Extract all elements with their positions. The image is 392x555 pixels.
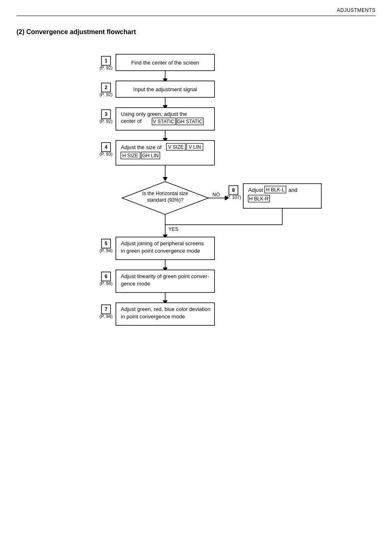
header-divider: [16, 16, 376, 16]
section-header: ADJUSTMENTS: [337, 7, 376, 13]
svg-text:GH STATIC: GH STATIC: [177, 119, 203, 124]
svg-text:Is the Horizontal size: Is the Horizontal size: [142, 191, 188, 196]
svg-text:V SIZE: V SIZE: [168, 144, 184, 150]
svg-text:gence mode: gence mode: [121, 281, 150, 287]
svg-text:8: 8: [232, 187, 235, 193]
svg-text:(P. 107): (P. 107): [226, 195, 241, 200]
svg-text:(P. 94): (P. 94): [99, 248, 113, 253]
svg-text:Find the center of the screen: Find the center of the screen: [131, 60, 199, 66]
svg-text:(P. 94): (P. 94): [99, 281, 113, 286]
svg-text:Adjust the size of: Adjust the size of: [121, 144, 161, 150]
svg-text:Adjust linearity of green poin: Adjust linearity of green point conver-: [121, 273, 209, 279]
svg-text:center of: center of: [121, 118, 142, 124]
svg-text:5: 5: [105, 241, 108, 246]
svg-text:and: and: [288, 187, 297, 193]
svg-text:(P. 92): (P. 92): [99, 119, 113, 124]
svg-text:YES: YES: [168, 226, 178, 232]
svg-text:(P. 93): (P. 93): [99, 152, 113, 157]
svg-text:Input the adjustment signal: Input the adjustment signal: [133, 86, 197, 92]
svg-text:4: 4: [105, 144, 108, 150]
svg-text:3: 3: [105, 111, 108, 117]
svg-text:H BLK-R: H BLK-R: [249, 196, 269, 202]
svg-text:H SIZE: H SIZE: [122, 153, 138, 159]
svg-text:Adjust green, red, blue color : Adjust green, red, blue color deviation: [121, 306, 210, 312]
svg-text:in green point convergence mod: in green point convergence mode: [121, 248, 200, 254]
svg-text:7: 7: [105, 306, 108, 312]
svg-text:Adjust joining of peripheral s: Adjust joining of peripheral screens: [121, 240, 204, 246]
page-title: (2) Convergence adjustment flowchart: [0, 28, 392, 48]
flowchart-svg: 1 (P. 92) Find the center of the screen …: [52, 48, 340, 479]
svg-text:Using only green, adjust the: Using only green, adjust the: [121, 111, 187, 117]
svg-text:GH LIN: GH LIN: [142, 153, 159, 159]
svg-text:(P. 94): (P. 94): [99, 314, 113, 319]
flowchart: 1 (P. 92) Find the center of the screen …: [52, 48, 340, 481]
svg-text:NO: NO: [212, 192, 220, 198]
svg-text:2: 2: [105, 85, 108, 90]
svg-text:H BLK-L: H BLK-L: [266, 187, 285, 193]
svg-marker-40: [163, 177, 168, 181]
svg-text:V LIN: V LIN: [189, 144, 201, 150]
svg-text:V STATIC: V STATIC: [153, 119, 175, 124]
svg-text:1: 1: [105, 58, 108, 64]
svg-text:standard (93%)?: standard (93%)?: [147, 197, 184, 203]
svg-text:(P. 92): (P. 92): [99, 92, 113, 97]
svg-text:in point convergence mode: in point convergence mode: [121, 313, 185, 320]
svg-text:6: 6: [105, 274, 108, 279]
svg-text:Adjust: Adjust: [248, 187, 263, 193]
svg-text:(P. 92): (P. 92): [99, 65, 113, 70]
